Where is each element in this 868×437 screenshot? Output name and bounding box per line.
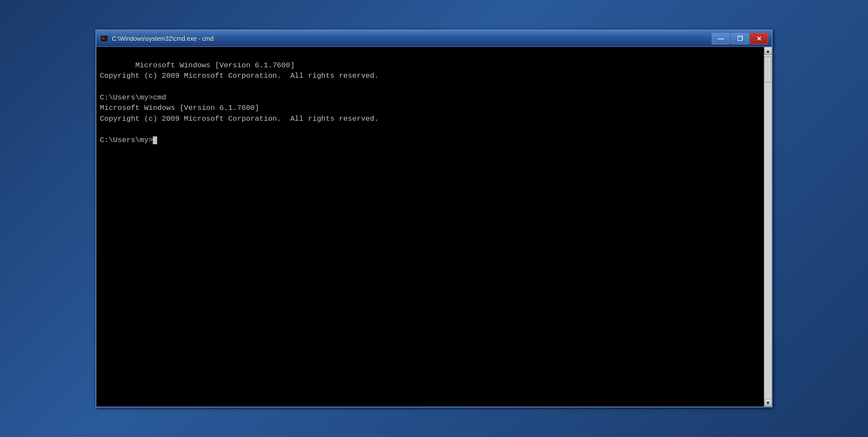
maximize-button[interactable]: ❐: [731, 33, 749, 44]
title-bar: C:\Windows\system32\cmd.exe - cmd — ❐ ✕: [96, 30, 772, 47]
cmd-window: C:\Windows\system32\cmd.exe - cmd — ❐ ✕ …: [95, 30, 773, 407]
line-1: Microsoft Windows [Version 6.1.7600] Cop…: [100, 61, 379, 144]
scroll-down-button[interactable]: ▼: [764, 399, 772, 407]
window-controls: — ❐ ✕: [712, 33, 768, 44]
scroll-up-button[interactable]: ▲: [764, 47, 772, 55]
scroll-track[interactable]: [764, 55, 772, 399]
scrollbar: ▲ ▼: [764, 47, 772, 407]
window-title: C:\Windows\system32\cmd.exe - cmd: [112, 35, 712, 42]
scroll-thumb[interactable]: [765, 56, 771, 83]
window-body: Microsoft Windows [Version 6.1.7600] Cop…: [96, 47, 772, 407]
scroll-up-arrow: ▲: [766, 49, 770, 53]
terminal-content: Microsoft Windows [Version 6.1.7600] Cop…: [100, 50, 760, 156]
minimize-button[interactable]: —: [712, 33, 730, 44]
close-button[interactable]: ✕: [750, 33, 768, 44]
cmd-icon: [100, 35, 108, 42]
terminal-area[interactable]: Microsoft Windows [Version 6.1.7600] Cop…: [96, 47, 764, 407]
terminal-cursor: [153, 136, 157, 144]
window-icon: [100, 34, 108, 43]
scroll-down-arrow: ▼: [766, 401, 770, 405]
